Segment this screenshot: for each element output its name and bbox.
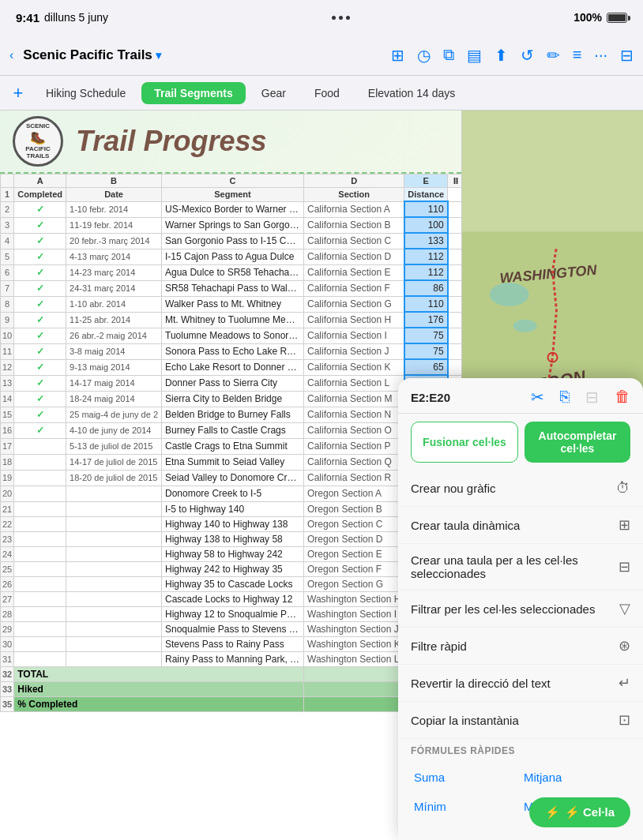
completed-cell[interactable] [14, 454, 66, 470]
completed-cell[interactable] [14, 562, 66, 577]
table-row[interactable]: 13 ✓ 14-17 maig 2014 Donner Pass to Sier… [1, 375, 462, 391]
segment-cell[interactable]: Highway 35 to Cascade Locks [162, 577, 304, 592]
completed-cell[interactable]: ✓ [14, 407, 66, 422]
table-row[interactable]: 26 Highway 35 to Cascade Locks Oregon Se… [1, 577, 462, 592]
merge-cells-button[interactable]: Fusionar cel·les [411, 422, 518, 463]
distance-cell[interactable]: 86 [404, 280, 448, 296]
dots-icon[interactable]: ··· [594, 46, 607, 64]
section-cell[interactable]: Oregon Section E [304, 547, 404, 562]
date-cell[interactable]: 4-13 març 2014 [66, 249, 162, 264]
cell-formula-button[interactable]: ⚡ ⚡ Cel·la [529, 797, 630, 827]
section-cell[interactable]: California Section I [304, 328, 404, 343]
distance-cell[interactable]: 100 [404, 217, 448, 233]
section-cell[interactable]: California Section R [304, 470, 404, 486]
completed-cell[interactable] [14, 438, 66, 454]
section-cell[interactable]: California Section G [304, 296, 404, 312]
completed-cell[interactable]: ✓ [14, 391, 66, 407]
table-row[interactable]: 14 ✓ 18-24 maig 2014 Sierra City to Beld… [1, 391, 462, 407]
autocomplete-cells-button[interactable]: Autocompletar cel·les [525, 422, 630, 463]
section-cell[interactable]: California Section J [304, 343, 404, 359]
segment-cell[interactable]: Donomore Creek to I-5 [162, 486, 304, 501]
header-segment[interactable]: Segment [162, 188, 304, 202]
table-row[interactable]: 23 Highway 138 to Highway 58 Oregon Sect… [1, 532, 462, 547]
menu-icon[interactable]: ≡ [573, 46, 582, 64]
copy-icon[interactable]: ⎘ [560, 388, 570, 407]
segment-cell[interactable]: Snoqualmie Pass to Stevens Pass [162, 622, 304, 637]
tab-hiking-schedule[interactable]: Hiking Schedule [33, 82, 138, 104]
date-cell[interactable] [66, 517, 162, 532]
quick-filter-item[interactable]: Filtre ràpid ⊛ [398, 628, 643, 665]
section-cell[interactable]: California Section C [304, 233, 404, 249]
distance-cell[interactable]: 110 [404, 296, 448, 312]
completed-cell[interactable]: ✓ [14, 280, 66, 296]
completed-cell[interactable]: ✓ [14, 296, 66, 312]
segment-cell[interactable]: Stevens Pass to Rainy Pass [162, 637, 304, 652]
segment-cell[interactable]: Warner Springs to San Gorgonio Pass [162, 217, 304, 233]
completed-cell[interactable] [14, 637, 66, 652]
section-cell[interactable]: California Section P [304, 438, 404, 454]
date-cell[interactable] [66, 532, 162, 547]
layers-icon[interactable]: ⧉ [443, 46, 454, 64]
segment-cell[interactable]: Sierra City to Belden Bridge [162, 391, 304, 407]
table-icon[interactable]: ⊞ [391, 46, 404, 65]
segment-cell[interactable]: Donner Pass to Sierra City [162, 375, 304, 391]
create-table-item[interactable]: Crear una taula per a les cel·les selecc… [398, 544, 643, 591]
distance-cell[interactable]: 75 [404, 328, 448, 343]
section-cell[interactable]: California Section K [304, 359, 404, 375]
table-row[interactable]: 15 ✓ 25 maig-4 de juny de 2 Belden Bridg… [1, 407, 462, 422]
table-row[interactable]: 25 Highway 242 to Highway 35 Oregon Sect… [1, 562, 462, 577]
tab-food[interactable]: Food [302, 82, 352, 104]
spreadsheet[interactable]: SCENIC 🥾 PACIFIC TRAILS Trail Progress A… [0, 111, 461, 840]
section-cell[interactable]: California Section Q [304, 454, 404, 470]
completed-cell[interactable]: ✓ [14, 201, 66, 217]
col-b-header[interactable]: B [66, 174, 162, 188]
section-cell[interactable]: Washington Section I [304, 607, 404, 622]
completed-cell[interactable] [14, 486, 66, 501]
refresh-icon[interactable]: ↺ [521, 46, 534, 65]
date-cell[interactable]: 18-20 de juliol de 2015 [66, 470, 162, 486]
section-cell[interactable]: California Section F [304, 280, 404, 296]
segment-cell[interactable]: Highway 58 to Highway 242 [162, 547, 304, 562]
table-row[interactable]: 8 ✓ 1-10 abr. 2014 Walker Pass to Mt. Wh… [1, 296, 462, 312]
segment-cell[interactable]: San Gorgonio Pass to I-15 Cajon Pass [162, 233, 304, 249]
clock-icon[interactable]: ◷ [417, 46, 431, 65]
distance-cell[interactable]: 112 [404, 264, 448, 280]
cut-icon[interactable]: ✂ [531, 388, 544, 407]
section-cell[interactable]: Oregon Section F [304, 562, 404, 577]
date-cell[interactable]: 14-17 maig 2014 [66, 375, 162, 391]
formula-suma[interactable]: Suma [411, 763, 521, 792]
image-icon[interactable]: ▤ [467, 46, 482, 65]
date-cell[interactable]: 1-10 abr. 2014 [66, 296, 162, 312]
distance-cell[interactable]: 176 [404, 312, 448, 328]
table-row[interactable]: 20 Donomore Creek to I-5 Oregon Section … [1, 486, 462, 501]
date-cell[interactable] [66, 486, 162, 501]
completed-cell[interactable]: ✓ [14, 359, 66, 375]
tab-gear[interactable]: Gear [249, 82, 299, 104]
date-cell[interactable] [66, 562, 162, 577]
table-row[interactable]: 5 ✓ 4-13 març 2014 I-15 Cajon Pass to Ag… [1, 249, 462, 264]
date-cell[interactable]: 24-31 març 2014 [66, 280, 162, 296]
formula-minim[interactable]: Mínim [411, 792, 521, 821]
table-row[interactable]: 10 ✓ 26 abr.-2 maig 2014 Tuolumne Meadow… [1, 328, 462, 343]
header-date[interactable]: Date [66, 188, 162, 202]
distance-cell[interactable]: 110 [404, 201, 448, 217]
date-cell[interactable]: 20 febr.-3 març 2014 [66, 233, 162, 249]
header-distance[interactable]: Distance [404, 188, 448, 202]
table-row[interactable]: 22 Highway 140 to Highway 138 Oregon Sec… [1, 517, 462, 532]
date-cell[interactable]: 3-8 maig 2014 [66, 343, 162, 359]
table-row[interactable]: 7 ✓ 24-31 març 2014 SR58 Tehachapi Pass … [1, 280, 462, 296]
segment-cell[interactable]: Burney Falls to Castle Crags [162, 422, 304, 438]
segment-cell[interactable]: Walker Pass to Mt. Whitney [162, 296, 304, 312]
section-cell[interactable]: California Section O [304, 422, 404, 438]
distance-cell[interactable]: 75 [404, 343, 448, 359]
table-row[interactable]: 3 ✓ 11-19 febr. 2014 Warner Springs to S… [1, 217, 462, 233]
completed-cell[interactable]: ✓ [14, 217, 66, 233]
date-cell[interactable] [66, 637, 162, 652]
date-cell[interactable]: 18-24 maig 2014 [66, 391, 162, 407]
section-cell[interactable]: California Section E [304, 264, 404, 280]
completed-cell[interactable]: ✓ [14, 422, 66, 438]
create-chart-item[interactable]: Crear nou gràfic ⏱ [398, 471, 643, 507]
col-a-header[interactable]: A [14, 174, 66, 188]
date-cell[interactable]: 1-10 febr. 2014 [66, 201, 162, 217]
segment-cell[interactable]: Echo Lake Resort to Donner Pass [162, 359, 304, 375]
